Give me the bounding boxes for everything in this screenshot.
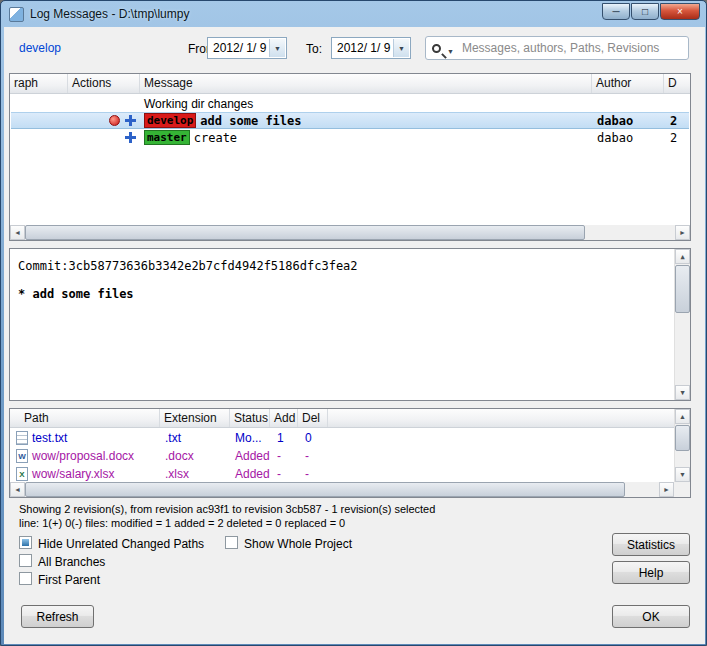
- maximize-button[interactable]: □: [631, 3, 659, 20]
- column-header-extension[interactable]: Extension: [160, 409, 230, 427]
- log-actions: [69, 129, 139, 146]
- file-path: test.txt: [32, 431, 67, 445]
- log-row-master[interactable]: master create dabao 2: [11, 129, 689, 146]
- log-author: dabao: [597, 113, 633, 128]
- file-row-salary-xlsx[interactable]: X wow/salary.xlsx .xlsx Added - -: [11, 465, 673, 483]
- log-row-develop[interactable]: develop add some files dabao 2: [11, 112, 689, 129]
- scroll-right-icon[interactable]: ►: [659, 482, 674, 497]
- column-header-actions[interactable]: Actions: [68, 74, 140, 93]
- close-button[interactable]: ×: [660, 3, 700, 20]
- file-extension: .docx: [165, 447, 194, 465]
- close-icon: ×: [677, 6, 683, 17]
- commit-message-panel[interactable]: Commit:3cb58773636b3342e2b7cfd4942f5186d…: [9, 248, 691, 401]
- column-header-status[interactable]: Status: [230, 409, 270, 427]
- first-parent-checkbox[interactable]: [19, 572, 32, 585]
- search-box[interactable]: ▼: [425, 36, 689, 60]
- scroll-left-icon[interactable]: ◄: [10, 482, 25, 497]
- log-author: dabao: [597, 129, 633, 146]
- show-whole-project-checkbox[interactable]: [225, 536, 238, 549]
- search-dropdown-icon[interactable]: ▼: [447, 48, 454, 55]
- scroll-left-icon[interactable]: ◄: [10, 225, 25, 240]
- all-branches-checkbox[interactable]: [19, 554, 32, 567]
- refresh-button[interactable]: Refresh: [21, 605, 94, 628]
- file-list-header: Path Extension Status Add Del: [10, 409, 674, 428]
- log-list-header: raph Actions Message Author D: [10, 74, 690, 94]
- to-date-combo[interactable]: 2012/ 1/ 9 ▼: [331, 37, 411, 59]
- file-add-count: 1: [277, 429, 284, 447]
- column-header-date[interactable]: D: [664, 74, 690, 93]
- app-icon: [9, 7, 24, 22]
- from-date-dropdown-icon[interactable]: ▼: [269, 39, 285, 57]
- log-row-working-dir[interactable]: Working dir changes: [11, 95, 689, 112]
- statistics-button[interactable]: Statistics: [612, 533, 690, 556]
- first-parent-label[interactable]: First Parent: [38, 573, 100, 587]
- commit-hash-line: Commit:3cb58773636b3342e2b7cfd4942f5186d…: [18, 259, 358, 273]
- column-header-author[interactable]: Author: [592, 74, 664, 93]
- show-whole-project-label[interactable]: Show Whole Project: [244, 537, 352, 551]
- from-date-value: 2012/ 1/ 9: [213, 41, 266, 55]
- added-action-icon: [125, 115, 136, 126]
- file-path: wow/proposal.docx: [32, 449, 134, 463]
- from-date-combo[interactable]: 2012/ 1/ 9 ▼: [207, 37, 287, 59]
- maximize-icon: □: [642, 6, 648, 17]
- file-del-count: -: [305, 447, 309, 465]
- status-files-line: line: 1(+) 0(-) files: modified = 1 adde…: [19, 517, 345, 529]
- column-header-message[interactable]: Message: [140, 74, 592, 93]
- file-row-proposal-docx[interactable]: W wow/proposal.docx .docx Added - -: [11, 447, 673, 465]
- word-file-icon: W: [16, 449, 28, 463]
- log-message: Working dir changes: [144, 95, 253, 112]
- hide-unrelated-checkbox[interactable]: [19, 536, 32, 549]
- text-file-icon: [16, 431, 28, 445]
- scroll-down-icon[interactable]: ▼: [675, 467, 690, 482]
- branch-badge-develop: develop: [144, 113, 196, 128]
- window-title: Log Messages - D:\tmp\lumpy: [30, 7, 189, 21]
- column-header-add[interactable]: Add: [270, 409, 298, 427]
- commit-scrollbar-thumb[interactable]: [675, 265, 690, 313]
- scroll-up-icon[interactable]: ▲: [675, 409, 690, 424]
- files-vscrollbar-thumb[interactable]: [675, 425, 690, 451]
- file-status: Added: [235, 465, 270, 483]
- scroll-down-icon[interactable]: ▼: [675, 385, 690, 400]
- to-date-dropdown-icon[interactable]: ▼: [393, 39, 409, 57]
- title-bar[interactable]: Log Messages - D:\tmp\lumpy ─ □ ×: [1, 1, 706, 27]
- file-status: Added: [235, 447, 270, 465]
- log-list-panel: raph Actions Message Author D Working di…: [9, 73, 691, 241]
- files-horizontal-scrollbar[interactable]: ◄ ►: [10, 482, 674, 497]
- file-add-count: -: [277, 447, 281, 465]
- help-button[interactable]: Help: [612, 561, 690, 584]
- to-label: To:: [306, 42, 322, 56]
- log-actions: [69, 113, 139, 128]
- column-header-graph[interactable]: raph: [10, 74, 68, 93]
- scroll-right-icon[interactable]: ►: [675, 225, 690, 240]
- column-header-path[interactable]: Path: [10, 409, 160, 427]
- column-header-del[interactable]: Del: [298, 409, 328, 427]
- file-extension: .xlsx: [165, 465, 189, 483]
- minimize-button[interactable]: ─: [602, 3, 630, 20]
- commit-vertical-scrollbar[interactable]: ▲ ▼: [674, 249, 690, 400]
- log-date: 2: [670, 129, 677, 146]
- added-action-icon: [125, 132, 136, 143]
- log-message: create: [194, 131, 237, 145]
- log-scrollbar-thumb[interactable]: [25, 225, 585, 240]
- ok-button[interactable]: OK: [612, 605, 690, 628]
- current-branch-link[interactable]: develop: [19, 41, 61, 55]
- all-branches-label[interactable]: All Branches: [38, 555, 105, 569]
- commit-message-line: * add some files: [18, 287, 134, 301]
- search-input[interactable]: [462, 41, 682, 55]
- search-icon[interactable]: [432, 44, 441, 53]
- file-path: wow/salary.xlsx: [32, 467, 114, 481]
- window-controls: ─ □ ×: [602, 3, 700, 20]
- scroll-up-icon[interactable]: ▲: [675, 249, 690, 264]
- log-message: add some files: [200, 114, 301, 128]
- files-hscrollbar-thumb[interactable]: [25, 482, 625, 497]
- log-messages-window: Log Messages - D:\tmp\lumpy ─ □ × develo…: [0, 0, 707, 646]
- log-horizontal-scrollbar[interactable]: ◄ ►: [10, 225, 690, 240]
- file-add-count: -: [277, 465, 281, 483]
- branch-badge-master: master: [144, 130, 190, 145]
- minimize-icon: ─: [612, 6, 619, 17]
- file-row-test-txt[interactable]: test.txt .txt Mo... 1 0: [11, 429, 673, 447]
- modified-action-icon: [109, 115, 120, 126]
- file-del-count: 0: [305, 429, 312, 447]
- files-vertical-scrollbar[interactable]: ▲ ▼: [674, 409, 690, 482]
- hide-unrelated-label[interactable]: Hide Unrelated Changed Paths: [38, 537, 204, 551]
